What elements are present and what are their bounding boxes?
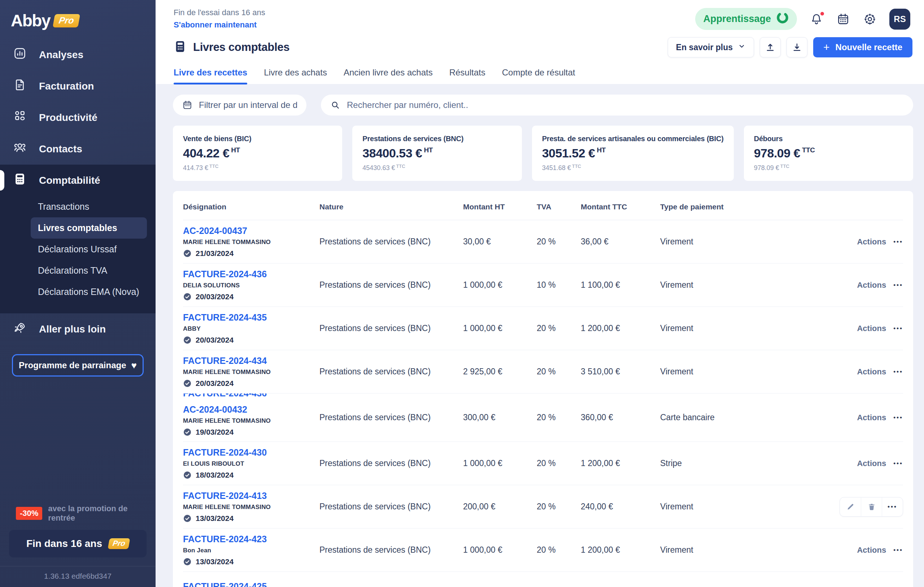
new-receipt-label: Nouvelle recette — [836, 42, 903, 52]
chevron-down-icon — [738, 42, 746, 52]
table-row: FACTURE-2024-430 EI LOUIS RIBOULOT 18/03… — [183, 442, 903, 485]
record-montant-ttc: 3 510,00 € — [581, 367, 660, 377]
record-link[interactable]: AC-2024-00432 — [183, 404, 247, 415]
record-tva: 20 % — [537, 367, 581, 377]
trial-end-text: Fin de l'essai dans 16 ans — [173, 8, 265, 17]
date-filter-label: Filtrer par un interval de date — [199, 100, 297, 110]
edit-button[interactable] — [840, 498, 861, 516]
search-input[interactable] — [347, 100, 904, 110]
subnav-item-declarations-urssaf[interactable]: Déclarations Urssaf — [31, 239, 147, 260]
record-payment-type: Virement — [660, 324, 831, 333]
row-actions[interactable]: Actions••• — [831, 237, 903, 246]
record-montant-ttc: 1 100,00 € — [581, 280, 660, 290]
page-actions: En savoir plus + Nouvelle recette — [668, 37, 912, 58]
date-range-filter[interactable]: Filtrer par un interval de date — [173, 94, 307, 116]
settings-button[interactable] — [863, 12, 877, 26]
record-link[interactable]: AC-2024-00437 — [183, 226, 247, 236]
sidebar: Abby Pro Analyses Facturation Productivi… — [0, 0, 155, 587]
sidebar-item-contacts[interactable]: Contacts — [0, 133, 155, 165]
table-row-hovered: FACTURE-2024-413 MARIE HELENE TOMMASINO … — [183, 485, 903, 529]
record-client: MARIE HELENE TOMMASINO — [183, 504, 319, 511]
more-actions-button[interactable]: ••• — [882, 498, 903, 516]
subnav-item-declarations-ema[interactable]: Déclarations EMA (Nova) — [31, 281, 147, 303]
calendar-icon — [182, 100, 192, 110]
record-link[interactable]: FACTURE-2024-430 — [183, 447, 267, 458]
row-actions[interactable]: Actions••• — [831, 546, 903, 555]
notifications-button[interactable] — [809, 12, 824, 26]
ellipsis-icon[interactable]: ••• — [893, 368, 903, 375]
record-link[interactable]: FACTURE-2024-423 — [183, 534, 267, 544]
ellipsis-icon[interactable]: ••• — [893, 238, 903, 245]
table-row: AC-2024-00437 MARIE HELENE TOMMASINO 21/… — [183, 220, 903, 263]
row-actions[interactable]: Actions••• — [831, 459, 903, 468]
record-link[interactable]: FACTURE-2024-434 — [183, 356, 267, 366]
ellipsis-icon[interactable]: ••• — [893, 547, 903, 554]
column-header-nature: Nature — [319, 203, 463, 211]
record-client: MARIE HELENE TOMMASINO — [183, 369, 319, 376]
ellipsis-icon[interactable]: ••• — [893, 414, 903, 421]
upload-icon — [765, 42, 776, 53]
row-actions[interactable]: Actions••• — [831, 413, 903, 422]
export-button[interactable] — [787, 37, 807, 58]
table-header: Désignation Nature Montant HT TVA Montan… — [183, 191, 903, 220]
sidebar-item-label: Contacts — [39, 143, 82, 155]
brand-logo[interactable]: Abby Pro — [0, 0, 155, 39]
clipped-record-link[interactable]: FACTURE-2024-436 — [183, 394, 267, 398]
tab-compte-de-resultat[interactable]: Compte de résultat — [502, 68, 575, 84]
calendar-button[interactable] — [836, 12, 850, 26]
record-payment-type: Virement — [660, 237, 831, 246]
tab-livre-des-achats[interactable]: Livre des achats — [264, 68, 327, 84]
stat-subvalue: 414.73 €TTC — [183, 164, 332, 172]
subscribe-link[interactable]: S'abonner maintenant — [173, 20, 265, 30]
sidebar-item-aller-plus-loin[interactable]: Aller plus loin — [0, 313, 155, 345]
row-actions[interactable]: Actions••• — [831, 324, 903, 333]
record-tva: 20 % — [537, 413, 581, 422]
tab-ancien-livre-des-achats[interactable]: Ancien livre des achats — [343, 68, 433, 84]
topbar-actions: Apprentissage RS — [695, 8, 910, 30]
row-actions[interactable]: Actions••• — [831, 281, 903, 290]
record-client: DELIA SOLUTIONS — [183, 282, 319, 289]
sidebar-item-facturation[interactable]: Facturation — [0, 70, 155, 102]
ellipsis-icon[interactable]: ••• — [893, 460, 903, 467]
learn-more-button[interactable]: En savoir plus — [668, 37, 754, 58]
people-icon — [13, 141, 27, 157]
record-link[interactable]: FACTURE-2024-436 — [183, 269, 267, 279]
stat-sub-unit: TTC — [572, 164, 581, 169]
heart-icon: ♥ — [131, 360, 137, 370]
stat-label: Débours — [754, 135, 903, 143]
row-actions[interactable]: Actions••• — [831, 367, 903, 377]
tab-resultats[interactable]: Résultats — [449, 68, 485, 84]
record-link[interactable]: FACTURE-2024-435 — [183, 312, 267, 323]
sidebar-item-analyses[interactable]: Analyses — [0, 39, 155, 70]
stat-card-prestations-bnc: Prestations de services (BNC) 38400.53 €… — [352, 126, 521, 181]
delete-button[interactable] — [861, 498, 882, 516]
search-bar[interactable] — [321, 94, 913, 116]
subnav-item-transactions[interactable]: Transactions — [31, 196, 147, 217]
stat-cards: Vente de biens (BIC) 404.22 €HT 414.73 €… — [173, 126, 913, 181]
trial-countdown-card[interactable]: Fin dans 16 ans Pro — [9, 530, 147, 557]
sidebar-item-productivite[interactable]: Productivité — [0, 102, 155, 133]
avatar[interactable]: RS — [889, 9, 910, 30]
record-date: 20/03/2024 — [183, 336, 319, 344]
tab-livre-des-recettes[interactable]: Livre des recettes — [173, 68, 247, 84]
check-circle-icon — [183, 379, 191, 388]
learning-button[interactable]: Apprentissage — [695, 8, 797, 30]
subnav-item-livres-comptables[interactable]: Livres comptables — [31, 217, 147, 239]
table-row-partial: FACTURE-2024-425 — [183, 572, 903, 587]
subnav-item-declarations-tva[interactable]: Déclarations TVA — [31, 260, 147, 281]
gear-icon — [863, 13, 876, 26]
ellipsis-icon[interactable]: ••• — [893, 281, 903, 289]
progress-ring-icon — [776, 11, 789, 27]
calendar-icon — [837, 13, 850, 26]
record-link[interactable]: FACTURE-2024-425 — [183, 581, 267, 587]
invoice-document-icon — [13, 78, 27, 94]
referral-program-button[interactable]: Programme de parrainage ♥ — [12, 354, 144, 377]
sidebar-item-comptabilite[interactable]: Comptabilité — [0, 165, 155, 196]
record-link[interactable]: FACTURE-2024-413 — [183, 491, 267, 501]
ellipsis-icon[interactable]: ••• — [893, 325, 903, 332]
table-row: FACTURE-2024-423 Bon Jean 13/03/2024 Pre… — [183, 529, 903, 572]
import-button[interactable] — [760, 37, 781, 58]
stat-unit: HT — [597, 146, 605, 154]
sidebar-section-comptabilite: Comptabilité Transactions Livres comptab… — [0, 165, 155, 313]
new-receipt-button[interactable]: + Nouvelle recette — [813, 37, 912, 58]
